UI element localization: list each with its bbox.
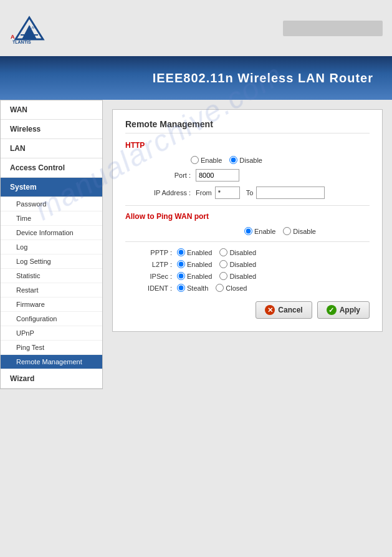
button-row: ✕ Cancel ✓ Apply bbox=[125, 301, 370, 319]
logo-area: TLANTIS A LAN bbox=[9, 11, 50, 46]
pptp-enabled-option[interactable]: Enabled bbox=[177, 248, 212, 256]
ipsec-disabled-label: Disabled bbox=[229, 273, 256, 280]
http-enable-option[interactable]: Enable bbox=[191, 156, 222, 164]
http-section-title: HTTP bbox=[125, 141, 370, 150]
main-layout: WAN Wireless LAN Access Control System P… bbox=[0, 100, 392, 389]
content-area: Remote Management HTTP Enable Disable bbox=[103, 100, 392, 389]
pptp-enabled-label: Enabled bbox=[187, 249, 212, 256]
divider-2 bbox=[125, 241, 370, 242]
http-enable-row: Enable Disable bbox=[125, 156, 370, 164]
l2tp-disabled-option[interactable]: Disabled bbox=[219, 260, 256, 268]
sidebar-subitem-remote-management[interactable]: Remote Management bbox=[1, 355, 102, 369]
sidebar-subitem-log[interactable]: Log bbox=[1, 240, 102, 254]
ipsec-disabled-radio[interactable] bbox=[219, 272, 227, 280]
ipsec-disabled-option[interactable]: Disabled bbox=[219, 272, 256, 280]
port-input[interactable] bbox=[196, 169, 239, 182]
ipsec-enabled-radio[interactable] bbox=[177, 272, 185, 280]
l2tp-enabled-radio[interactable] bbox=[177, 260, 185, 268]
ip-address-row: IP Address : From To bbox=[125, 186, 370, 199]
ping-enable-group: Enable Disable bbox=[244, 227, 316, 235]
header-title: IEEE802.11n Wireless LAN Router bbox=[153, 71, 373, 85]
ping-enable-row: Enable Disable bbox=[125, 227, 370, 235]
ip-to-input[interactable] bbox=[256, 186, 325, 199]
sidebar-item-lan[interactable]: LAN bbox=[1, 139, 102, 158]
header-banner: IEEE802.11n Wireless LAN Router bbox=[0, 56, 392, 100]
svg-text:A: A bbox=[11, 34, 15, 40]
sidebar-subitem-log-setting[interactable]: Log Setting bbox=[1, 254, 102, 269]
ping-enable-option[interactable]: Enable bbox=[244, 227, 275, 235]
ip-from-group: From To bbox=[196, 186, 325, 199]
http-enable-label: Enable bbox=[201, 157, 222, 164]
pptp-row: PPTP : Enabled Disabled bbox=[125, 248, 370, 256]
ping-section-title: Allow to Ping WAN port bbox=[125, 212, 370, 221]
apply-button[interactable]: ✓ Apply bbox=[317, 301, 370, 319]
ping-disable-radio[interactable] bbox=[283, 227, 291, 235]
ident-group: Stealth Closed bbox=[177, 284, 247, 292]
svg-text:TLANTIS: TLANTIS bbox=[12, 40, 31, 44]
port-row: Port : bbox=[125, 169, 370, 182]
http-disable-label: Disable bbox=[239, 157, 262, 164]
apply-icon: ✓ bbox=[327, 305, 337, 315]
ident-closed-radio[interactable] bbox=[216, 284, 224, 292]
ipsec-row: IPSec : Enabled Disabled bbox=[125, 272, 370, 280]
cancel-button[interactable]: ✕ Cancel bbox=[256, 301, 312, 319]
ping-disable-label: Disable bbox=[293, 228, 316, 235]
pptp-enabled-radio[interactable] bbox=[177, 248, 185, 256]
svg-text:LAN: LAN bbox=[30, 26, 36, 29]
http-enable-group: Enable Disable bbox=[191, 156, 262, 164]
sidebar-item-wizard[interactable]: Wizard bbox=[1, 369, 102, 389]
ident-label: IDENT : bbox=[138, 284, 172, 292]
l2tp-row: L2TP : Enabled Disabled bbox=[125, 260, 370, 268]
top-bar: TLANTIS A LAN bbox=[0, 0, 392, 56]
cancel-label: Cancel bbox=[278, 306, 302, 314]
sidebar-item-wireless[interactable]: Wireless bbox=[1, 120, 102, 139]
http-disable-radio[interactable] bbox=[229, 156, 237, 164]
ping-enable-label: Enable bbox=[254, 228, 275, 235]
sidebar-subitem-ping-test[interactable]: Ping Test bbox=[1, 341, 102, 355]
port-label: Port : bbox=[138, 172, 191, 179]
l2tp-enabled-label: Enabled bbox=[187, 261, 212, 268]
cancel-icon: ✕ bbox=[265, 305, 275, 315]
sidebar-subitem-password[interactable]: Password bbox=[1, 197, 102, 211]
sidebar-subitem-device-information[interactable]: Device Information bbox=[1, 226, 102, 240]
to-label: To bbox=[246, 189, 254, 196]
sidebar-subitem-configuration[interactable]: Configuration bbox=[1, 312, 102, 326]
ping-disable-option[interactable]: Disable bbox=[283, 227, 316, 235]
sidebar-subitem-firmware[interactable]: Firmware bbox=[1, 298, 102, 312]
l2tp-disabled-radio[interactable] bbox=[219, 260, 227, 268]
pptp-label: PPTP : bbox=[138, 249, 172, 256]
ip-from-input[interactable] bbox=[215, 186, 240, 199]
sidebar-subitem-statistic[interactable]: Statistic bbox=[1, 269, 102, 283]
ipsec-enabled-option[interactable]: Enabled bbox=[177, 272, 212, 280]
http-disable-option[interactable]: Disable bbox=[229, 156, 262, 164]
pptp-disabled-radio[interactable] bbox=[219, 248, 227, 256]
l2tp-disabled-label: Disabled bbox=[229, 261, 256, 268]
sidebar-subitem-time[interactable]: Time bbox=[1, 211, 102, 226]
ident-stealth-radio[interactable] bbox=[177, 284, 185, 292]
l2tp-group: Enabled Disabled bbox=[177, 260, 256, 268]
ident-stealth-label: Stealth bbox=[187, 284, 208, 292]
ident-row: IDENT : Stealth Closed bbox=[125, 284, 370, 292]
ipsec-group: Enabled Disabled bbox=[177, 272, 256, 280]
sidebar-item-access-control[interactable]: Access Control bbox=[1, 158, 102, 178]
pptp-disabled-option[interactable]: Disabled bbox=[219, 248, 256, 256]
content-panel: Remote Management HTTP Enable Disable bbox=[112, 109, 383, 332]
sidebar-item-wan[interactable]: WAN bbox=[1, 100, 102, 120]
ip-address-label: IP Address : bbox=[138, 189, 191, 196]
top-right-placeholder bbox=[283, 21, 383, 36]
panel-title: Remote Management bbox=[125, 119, 370, 133]
sidebar-subitem-upnp[interactable]: UPnP bbox=[1, 326, 102, 341]
pptp-group: Enabled Disabled bbox=[177, 248, 256, 256]
ipsec-enabled-label: Enabled bbox=[187, 273, 212, 280]
ping-enable-radio[interactable] bbox=[244, 227, 252, 235]
http-enable-radio[interactable] bbox=[191, 156, 199, 164]
sidebar-item-system[interactable]: System bbox=[1, 178, 102, 197]
sidebar: WAN Wireless LAN Access Control System P… bbox=[0, 100, 103, 389]
ident-stealth-option[interactable]: Stealth bbox=[177, 284, 208, 292]
ident-closed-option[interactable]: Closed bbox=[216, 284, 247, 292]
l2tp-label: L2TP : bbox=[138, 261, 172, 268]
l2tp-enabled-option[interactable]: Enabled bbox=[177, 260, 212, 268]
divider-1 bbox=[125, 205, 370, 206]
pptp-disabled-label: Disabled bbox=[229, 249, 256, 256]
sidebar-subitem-restart[interactable]: Restart bbox=[1, 283, 102, 298]
